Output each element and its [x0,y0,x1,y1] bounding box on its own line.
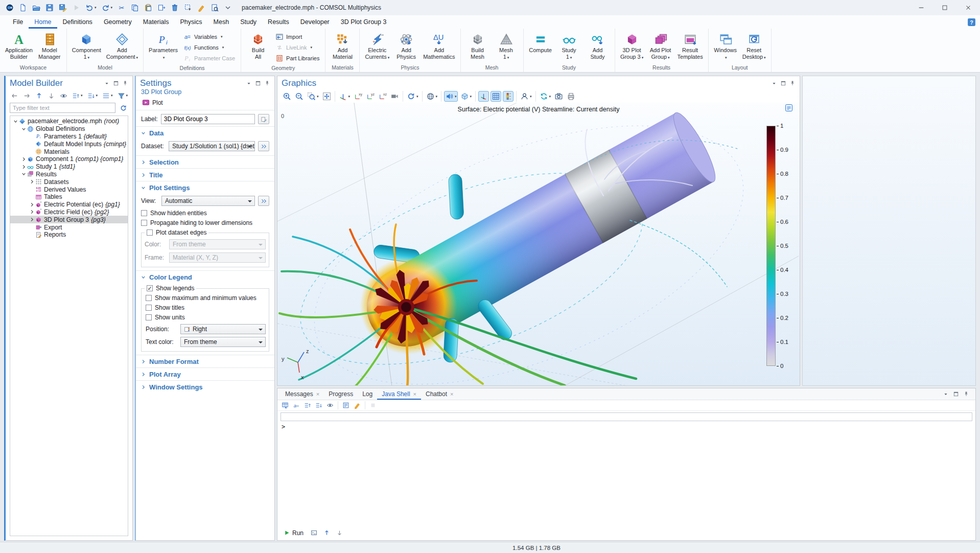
view-xz-icon[interactable]: xz [377,91,388,102]
ribbon-electric-currents-button[interactable]: +−ElectricCurrents▾ [362,30,392,61]
axis-triad-toggle-icon[interactable] [478,91,489,102]
ribbon-part-libraries-button[interactable]: Part Libraries [273,53,321,63]
menu-item-home[interactable]: Home [29,15,57,29]
tree-item-parameters-1[interactable]: PiParameters 1{default} [10,133,128,141]
delete-icon[interactable] [169,3,180,13]
tree-item-datasets[interactable]: Datasets [10,178,128,186]
show-hidden-entities-checkbox[interactable] [141,210,147,216]
pin-icon[interactable] [789,80,796,86]
zoom-extents-icon[interactable] [321,91,332,102]
rename-button[interactable] [258,114,269,124]
show-icon[interactable] [59,91,68,101]
menu-item-developer[interactable]: Developer [295,15,335,29]
zoom-in-icon[interactable] [282,91,292,102]
ribbon-parameter-case-button[interactable]: PiParameter Case [181,53,237,63]
open-file-icon[interactable] [31,3,42,13]
filter-icon[interactable]: ▾ [116,91,129,101]
ribbon-mesh-1-button[interactable]: Mesh1▾ [492,30,521,61]
collapse-tree-icon[interactable]: ▾ [86,91,99,101]
save-as-icon[interactable] [57,3,68,13]
tab-messages[interactable]: Messages× [281,388,324,400]
redo-icon[interactable]: ▾ [100,3,114,13]
image-snapshot-icon[interactable] [553,91,564,102]
variables-icon[interactable]: a= [292,401,301,410]
section-data[interactable]: Data [136,126,274,139]
update-plot-icon[interactable]: ▾ [539,91,552,102]
chevron-right-icon[interactable] [29,210,35,214]
graphics-canvas[interactable]: y z x Surface: Electric potential (V) St… [277,103,800,385]
menu-item-results[interactable]: Results [262,15,295,29]
show-maxmin-checkbox[interactable] [146,295,152,301]
show-icon[interactable] [325,401,335,410]
search-doc-icon[interactable] [209,3,220,13]
caret-down-icon[interactable] [771,80,777,86]
ribbon-add-study-button[interactable]: AddStudy [584,30,612,61]
tree-item-reports[interactable]: Reports [10,231,128,239]
tree-item-electric-potential-ec[interactable]: *Electric Potential (ec){pg1} [10,201,128,209]
maximize-button[interactable] [933,0,956,15]
highlight-pen-icon[interactable] [353,401,362,410]
ribbon-import-button[interactable]: Import [273,31,321,42]
pin-icon[interactable] [963,391,969,397]
ribbon-application-builder-button[interactable]: AApplicationBuilder [3,30,35,61]
close-icon[interactable]: × [316,391,319,397]
show-titles-checkbox[interactable] [146,305,152,311]
show-units-checkbox[interactable] [146,314,152,320]
ribbon-add-physics-button[interactable]: AddPhysics [392,30,421,61]
import-table-icon[interactable] [281,401,290,410]
orthographic-icon[interactable] [389,91,400,102]
label-field[interactable] [161,114,255,124]
tree-item-component-1[interactable]: Component 1(comp1) {comp1} [10,155,128,163]
move-up-icon[interactable] [34,91,44,101]
tree-item-pacemaker-electrode-mph[interactable]: pacemaker_electrode.mph(root) [10,118,128,125]
go-to-view-icon[interactable]: ▾ [338,91,352,102]
comsol-logo-icon[interactable] [4,3,15,13]
view-xy-icon[interactable]: xy [353,91,363,102]
chevron-right-icon[interactable] [21,157,27,162]
new-file-icon[interactable] [17,3,29,13]
tree-item-tables[interactable]: Tables [10,193,128,201]
dataset-select[interactable]: Study 1/Solution 1 (sol1) {dset1} [169,141,255,151]
chevron-down-icon[interactable] [13,119,18,124]
tab-log[interactable]: Log [358,388,377,400]
float-icon[interactable] [255,80,261,86]
sound-icon[interactable]: ▾ [444,91,458,102]
tab-progress[interactable]: Progress [324,388,358,400]
float-icon[interactable] [953,391,959,397]
view-yz-icon[interactable]: yz [365,91,376,102]
highlight-pen-icon[interactable] [196,3,207,13]
ribbon-study-1-button[interactable]: Study1▾ [555,30,584,61]
ribbon-build-all-button[interactable]: BuildAll [244,30,272,61]
show-legends-checkbox[interactable] [147,285,153,291]
tree-item-electric-field-ec[interactable]: *Electric Field (ec){pg2} [10,209,128,216]
scene-light-icon[interactable]: ▾ [425,91,439,102]
tree-item-default-model-inputs[interactable]: Default Model Inputs{cminpt} [10,140,128,148]
minimize-button[interactable] [909,0,933,15]
run-button[interactable]: Run [282,529,306,537]
position-select[interactable]: Right [180,324,266,334]
tab-chatbot[interactable]: Chatbot× [421,388,458,400]
help-button[interactable]: ? [967,15,976,29]
ribbon-component-1-button[interactable]: Component1▾ [69,30,104,61]
tree-item-results[interactable]: Results [10,171,128,178]
move-up-icon[interactable] [322,528,331,537]
ribbon-add-component-button[interactable]: AddComponent▾ [104,30,141,61]
caret-down-icon[interactable] [104,80,110,86]
ribbon-add-mathematics-button[interactable]: ΔUAddMathematics [421,30,457,61]
color-legend-toggle-icon[interactable] [503,91,514,102]
tree-item-materials[interactable]: Materials [10,148,128,155]
ribbon-windows-button[interactable]: Windows▾ [711,30,740,61]
view-select[interactable]: Automatic [161,196,255,206]
console-icon[interactable] [310,528,318,537]
text-color-select[interactable]: From theme [180,337,266,347]
menu-item-study[interactable]: Study [235,15,262,29]
move-down-icon[interactable] [46,91,56,101]
close-icon[interactable]: × [413,391,416,397]
expand-tree-icon[interactable]: ▾ [71,91,84,101]
duplicate-icon[interactable] [156,3,167,13]
ribbon-add-material-button[interactable]: AddMaterial [328,30,357,61]
close-button[interactable] [956,0,980,15]
ribbon-functions-button[interactable]: f(x)Functions▾ [181,42,237,53]
stop-icon[interactable] [368,401,378,410]
tree-columns-icon[interactable]: ▾ [101,91,114,101]
